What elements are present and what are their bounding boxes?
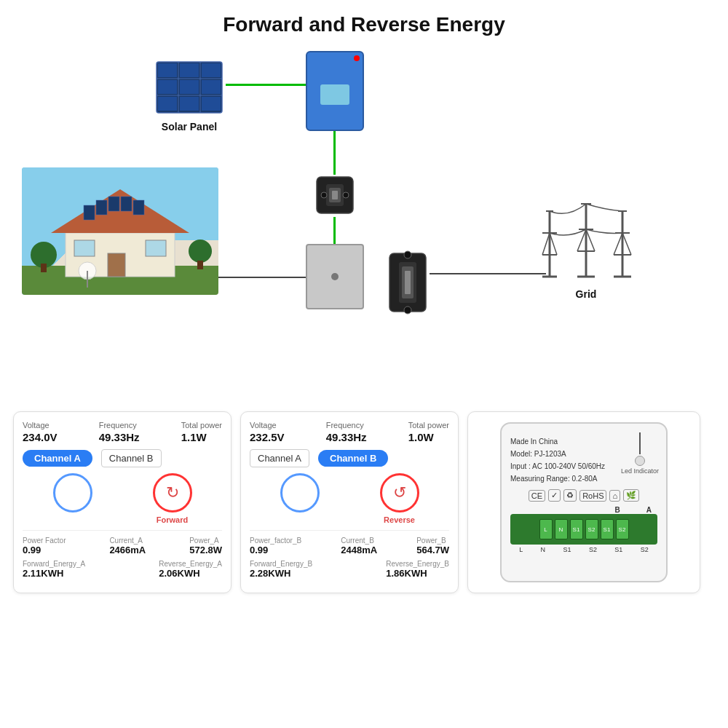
card-b-total-power: Total power 1.0W bbox=[408, 421, 449, 443]
svg-rect-17 bbox=[332, 191, 338, 199]
card-a-power-label: Total power bbox=[181, 421, 222, 430]
svg-point-18 bbox=[321, 192, 327, 198]
card-b-bottom-row: Power_factor_B 0.99 Current_B 2448mA Pow… bbox=[250, 530, 449, 555]
device-info-text: Made In China Model: PJ-1203A Input : AC… bbox=[510, 435, 605, 485]
terminal-label-s2: S2 bbox=[589, 546, 597, 553]
led-label: Led Indicator bbox=[621, 467, 659, 475]
card-b-pf: Power_factor_B 0.99 bbox=[250, 537, 301, 555]
card-b-rev-energy-value: 1.86KWH bbox=[386, 568, 427, 579]
terminal-pin-s1b: S1 bbox=[601, 519, 614, 539]
solar-panel-icon bbox=[153, 58, 226, 116]
terminal-pin-s2b: S2 bbox=[616, 519, 629, 539]
svg-line-63 bbox=[622, 233, 631, 255]
main-panel bbox=[306, 244, 364, 309]
svg-point-43 bbox=[404, 306, 411, 314]
terminal-label-l: L bbox=[519, 546, 523, 553]
card-a-current-label: Current_A bbox=[109, 537, 143, 545]
card-a-current: Current_A 2466mA bbox=[109, 537, 146, 555]
card-a-energy-row: Forward_Energy_A 2.11KWH Reverse_Energy_… bbox=[23, 560, 222, 579]
svg-rect-8 bbox=[158, 80, 177, 94]
card-a-rev-energy: Reverse_Energy_A 2.06KWH bbox=[159, 560, 222, 579]
solar-panel-section: Solar Panel bbox=[153, 58, 226, 132]
home-logo: ⌂ bbox=[609, 490, 620, 502]
wiring-labels: B A bbox=[510, 506, 657, 514]
card-a-pf: Power Factor 0.99 bbox=[23, 537, 66, 555]
card-b-pf-value: 0.99 bbox=[250, 545, 268, 555]
terminal-pin-s1a: S1 bbox=[570, 519, 583, 539]
line-inverter-ct bbox=[333, 131, 336, 175]
svg-rect-30 bbox=[74, 240, 95, 256]
card-a-power-value: 1.1W bbox=[181, 431, 207, 443]
card-b-fwd-energy-label: Forward_Energy_B bbox=[250, 560, 312, 568]
card-b-reverse-icon: ↺ bbox=[393, 483, 406, 502]
card-b-channel-a-btn[interactable]: Channel A bbox=[250, 449, 309, 467]
terminal-label-s1: S1 bbox=[563, 546, 571, 553]
terminal-label-s2b: S2 bbox=[641, 546, 649, 553]
card-b-current: Current_B 2448mA bbox=[341, 537, 377, 555]
card-a-top-row: Voltage 234.0V Frequency 49.33Hz Total p… bbox=[23, 421, 222, 443]
card-a-power-a-value: 572.8W bbox=[189, 545, 222, 555]
card-a-bottom-row: Power Factor 0.99 Current_A 2466mA Power… bbox=[23, 530, 222, 555]
card-a-power-a-label: Power_A bbox=[189, 537, 219, 545]
wiring-label-a: A bbox=[646, 506, 652, 514]
device-outer: Led Indicator Made In China Model: PJ-12… bbox=[500, 422, 668, 582]
card-a-voltage: Voltage 234.0V bbox=[23, 421, 58, 443]
card-a-channel-b-btn[interactable]: Channel B bbox=[101, 449, 162, 467]
svg-rect-10 bbox=[202, 80, 221, 94]
svg-rect-41 bbox=[405, 271, 411, 294]
card-b-frequency: Frequency 49.33Hz bbox=[326, 421, 367, 443]
card-b-circle-empty bbox=[280, 473, 320, 524]
card-b-freq-value: 49.33Hz bbox=[326, 431, 367, 443]
card-b-current-label: Current_B bbox=[341, 537, 374, 545]
line-ct-grid bbox=[430, 273, 546, 274]
terminal-label-s1b: S1 bbox=[614, 546, 622, 553]
card-a-channel-a-btn[interactable]: Channel A bbox=[23, 450, 92, 467]
svg-rect-29 bbox=[108, 253, 125, 277]
card-b-voltage: Voltage 232.5V bbox=[250, 421, 285, 443]
line-solar-inverter bbox=[226, 84, 307, 86]
terminal-pin-s2a: S2 bbox=[585, 519, 598, 539]
card-a-rev-energy-label: Reverse_Energy_A bbox=[159, 560, 222, 568]
card-b-current-value: 2448mA bbox=[341, 545, 377, 555]
ce-logos-row: CE ✓ ♻ RoHS ⌂ 🌿 bbox=[529, 489, 639, 502]
bottom-section: Voltage 234.0V Frequency 49.33Hz Total p… bbox=[0, 411, 728, 593]
card-b-power-value: 1.0W bbox=[408, 431, 434, 443]
card-b-rev-energy: Reverse_Energy_B 1.86KWH bbox=[386, 560, 449, 579]
card-b-freq-label: Frequency bbox=[326, 421, 364, 430]
card-a-fwd-energy: Forward_Energy_A 2.11KWH bbox=[23, 560, 85, 579]
card-b-circle-blue bbox=[280, 473, 320, 513]
card-a-freq-label: Frequency bbox=[99, 421, 137, 430]
solar-panel-label: Solar Panel bbox=[162, 121, 217, 132]
card-a-forward-icon: ↻ bbox=[166, 483, 179, 502]
svg-rect-33 bbox=[41, 264, 47, 272]
card-a-circle-red: ↻ bbox=[153, 473, 192, 513]
card-a-circle-blue bbox=[53, 473, 92, 513]
card-a-fwd-energy-label: Forward_Energy_A bbox=[23, 560, 85, 568]
card-a-circle-empty bbox=[53, 473, 92, 524]
svg-rect-7 bbox=[202, 63, 221, 77]
data-card-b: Voltage 232.5V Frequency 49.33Hz Total p… bbox=[240, 411, 459, 593]
card-a-pf-value: 0.99 bbox=[23, 545, 41, 555]
card-a-rev-energy-value: 2.06KWH bbox=[159, 568, 199, 579]
card-b-top-row: Voltage 232.5V Frequency 49.33Hz Total p… bbox=[250, 421, 449, 443]
device-measuring: Measuring Range: 0.2-80A bbox=[510, 472, 605, 485]
card-b-channel-b-btn[interactable]: Channel B bbox=[318, 450, 388, 467]
card-a-circle-forward: ↻ Forward bbox=[153, 473, 192, 524]
svg-point-34 bbox=[189, 240, 212, 263]
grid-section: Grid bbox=[539, 189, 633, 300]
card-b-energy-row: Forward_Energy_B 2.28KWH Reverse_Energy_… bbox=[250, 560, 449, 579]
inverter-screen bbox=[320, 84, 349, 105]
svg-rect-11 bbox=[158, 97, 177, 111]
svg-rect-5 bbox=[158, 63, 177, 77]
card-b-fwd-energy: Forward_Energy_B 2.28KWH bbox=[250, 560, 312, 579]
card-b-reverse-label: Reverse bbox=[384, 515, 415, 524]
svg-rect-13 bbox=[202, 97, 221, 111]
card-a-current-value: 2466mA bbox=[109, 545, 146, 555]
led-wire bbox=[639, 432, 641, 454]
inverter bbox=[306, 51, 364, 131]
svg-rect-12 bbox=[180, 97, 199, 111]
card-b-circles-row: ↺ Reverse bbox=[250, 473, 449, 524]
page-title: Forward and Reverse Energy bbox=[0, 0, 728, 44]
svg-rect-25 bbox=[96, 200, 107, 215]
inverter-indicator bbox=[354, 55, 360, 61]
